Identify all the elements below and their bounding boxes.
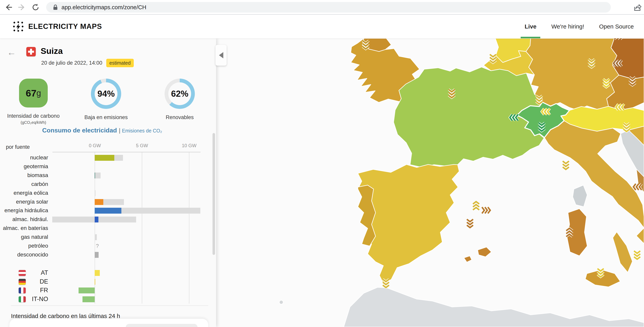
source-label: energía solar — [0, 199, 48, 205]
exchange-bar — [78, 287, 95, 293]
flow-arrow-icon — [588, 58, 596, 69]
tab-electricity-consumption[interactable]: Consumo de electricidad — [42, 127, 117, 134]
switzerland-flag-icon — [26, 47, 36, 56]
flow-arrow-icon — [540, 108, 551, 116]
exchange-country-label: IT-NO — [26, 295, 48, 303]
exchange-bar — [95, 279, 95, 285]
production-bar — [95, 155, 114, 161]
zone-small-island — [279, 300, 283, 304]
top-nav: Live We're hiring! Open Source — [517, 15, 644, 38]
country-flag-icon — [19, 287, 26, 293]
production-bar — [95, 217, 98, 222]
flow-arrow-icon — [472, 200, 480, 211]
flow-arrow-icon — [489, 53, 497, 65]
country-flag-icon — [19, 270, 26, 276]
electricitymaps-logo-icon — [12, 21, 24, 32]
flow-arrow-icon — [628, 76, 636, 87]
exchange-country-label: FR — [26, 287, 48, 294]
metric-low-carbon: 94% Baja en emisiones — [76, 79, 136, 120]
exchange-bar — [82, 296, 95, 302]
panel-scrollbar[interactable] — [212, 133, 215, 255]
source-label: energía eólica — [0, 190, 48, 196]
flow-arrow-icon — [466, 218, 474, 229]
flow-arrow-icon — [538, 122, 546, 133]
exchange-country-label: DE — [26, 278, 48, 285]
production-bar — [95, 252, 98, 258]
capacity-bar — [95, 173, 100, 178]
bottom-card — [10, 319, 208, 327]
europe-map[interactable] — [216, 38, 644, 327]
chevron-left-icon — [219, 52, 223, 58]
tab-co2-emissions[interactable]: Emisiones de CO₂ — [122, 128, 162, 133]
zone-corsica[interactable] — [573, 185, 587, 207]
source-label: desconocido — [0, 251, 48, 258]
zone-portugal[interactable] — [358, 185, 376, 246]
axis-tick-5gw: 5 GW — [130, 143, 154, 148]
flow-arrow-icon — [448, 88, 456, 100]
flow-arrow-icon — [481, 206, 492, 214]
flow-arrow-icon — [382, 278, 390, 289]
source-label: petróleo — [0, 243, 48, 249]
zone-north-africa — [344, 287, 644, 327]
collapse-panel-button[interactable] — [216, 45, 227, 66]
flow-arrow-icon — [632, 183, 643, 191]
renewable-label: Renovables — [150, 114, 209, 120]
axis-tick-0gw: 0 GW — [83, 143, 107, 148]
production-bar — [95, 173, 95, 178]
low-carbon-label: Baja en emisiones — [76, 114, 136, 120]
zone-title: Suiza — [41, 46, 63, 56]
source-label: geotermia — [0, 163, 48, 170]
back-arrow-icon[interactable]: ← — [7, 48, 16, 57]
nav-item-open-source[interactable]: Open Source — [592, 15, 641, 38]
bottom-card-button[interactable] — [126, 324, 198, 327]
carbon-intensity-value-box: 67g — [19, 79, 48, 108]
browser-forward-icon[interactable] — [17, 3, 26, 12]
production-bar — [95, 208, 122, 214]
zone-mallorca[interactable] — [478, 247, 492, 257]
nav-item-hiring[interactable]: We're hiring! — [544, 15, 592, 38]
capacity-bar — [95, 190, 96, 196]
share-icon[interactable] — [633, 3, 642, 12]
bottom-section-title: Intensidad de carbono en las últimas 24 … — [11, 313, 120, 319]
country-flag-icon — [19, 296, 26, 302]
flow-arrow-icon — [612, 59, 623, 67]
source-label: nuclear — [0, 154, 48, 161]
zone-ibiza[interactable] — [464, 256, 472, 262]
brand-title: ELECTRICITY MAPS — [28, 23, 102, 31]
section-divider — [11, 305, 208, 306]
zone-datetime: 20 de julio de 2022, 14:00 — [41, 60, 102, 66]
production-bar — [95, 199, 103, 205]
exchange-bar — [95, 270, 100, 276]
carbon-intensity-label: Intensidad de carbono — [4, 113, 63, 119]
source-label: carbón — [0, 181, 48, 187]
flow-arrow-icon — [565, 226, 574, 238]
browser-back-icon[interactable] — [4, 3, 13, 12]
zone-italy-heel[interactable] — [636, 228, 644, 244]
renewable-donut: 62% — [164, 79, 195, 109]
zone-italy-south[interactable] — [613, 232, 632, 272]
nav-item-live[interactable]: Live — [517, 15, 544, 38]
source-label: almac. hidrául. — [0, 216, 48, 222]
zone-spain[interactable] — [358, 164, 459, 283]
app-header: ELECTRICITY MAPS Live We're hiring! Open… — [0, 15, 644, 38]
axis-tick-10gw: 10 GW — [177, 143, 201, 148]
browser-reload-icon[interactable] — [31, 3, 40, 12]
source-label: gas natural — [0, 234, 48, 240]
flow-arrow-icon — [613, 38, 625, 40]
metric-renewable: 62% Renovables — [150, 79, 209, 120]
capacity-bar — [95, 234, 97, 240]
flow-arrow-icon — [508, 113, 519, 122]
exchange-country-label: AT — [26, 269, 48, 276]
brand: ELECTRICITY MAPS — [0, 15, 102, 38]
url-bar[interactable]: app.electricitymaps.com/zone/CH — [46, 2, 611, 13]
browser-toolbar: app.electricitymaps.com/zone/CH — [0, 0, 644, 15]
zone-details-panel: ← Suiza 20 de julio de 2022, 14:00 estim… — [0, 38, 216, 327]
browser-window: app.electricitymaps.com/zone/CH ELECTRIC… — [0, 0, 644, 327]
flow-arrow-icon — [362, 40, 370, 51]
carbon-intensity-unit-label: (gCO₂eq/kWh) — [4, 120, 63, 125]
flow-arrow-icon — [614, 103, 625, 111]
flow-arrow-icon — [596, 267, 605, 279]
metric-carbon-intensity: 67g Intensidad de carbono (gCO₂eq/kWh) — [4, 79, 63, 125]
flow-arrow-icon — [633, 250, 641, 261]
url-text: app.electricitymaps.com/zone/CH — [62, 4, 146, 11]
